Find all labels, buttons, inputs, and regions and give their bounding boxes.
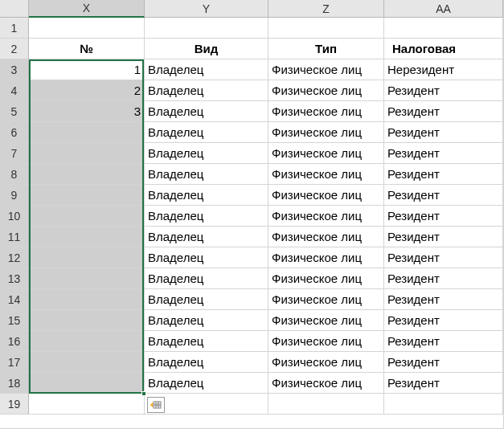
- cell[interactable]: Физическое лиц: [268, 80, 384, 101]
- row-header[interactable]: 5: [0, 101, 29, 122]
- cell[interactable]: [29, 331, 145, 352]
- cell[interactable]: Резидент: [384, 206, 503, 227]
- row-header[interactable]: 14: [0, 289, 29, 310]
- cell[interactable]: Вид: [145, 39, 268, 59]
- cell[interactable]: [29, 310, 145, 331]
- cell[interactable]: Резидент: [384, 310, 503, 331]
- row-header[interactable]: 3: [0, 59, 29, 80]
- cell[interactable]: 1: [29, 59, 145, 80]
- row-header[interactable]: 19: [0, 394, 29, 415]
- row-header[interactable]: 1: [0, 18, 29, 39]
- cell[interactable]: [145, 18, 268, 39]
- cell[interactable]: Резидент: [384, 80, 503, 101]
- cell[interactable]: [29, 206, 145, 227]
- cell[interactable]: [29, 373, 145, 394]
- cell[interactable]: Владелец: [145, 185, 268, 206]
- cell[interactable]: Физическое лиц: [268, 289, 384, 310]
- cell[interactable]: 3: [29, 101, 145, 122]
- select-all-corner[interactable]: [0, 0, 29, 18]
- row-header[interactable]: 10: [0, 206, 29, 227]
- cell[interactable]: Владелец: [145, 268, 268, 289]
- cell[interactable]: [29, 164, 145, 185]
- cell[interactable]: [29, 268, 145, 289]
- row-header[interactable]: 11: [0, 227, 29, 247]
- row-header[interactable]: 9: [0, 185, 29, 206]
- cell[interactable]: [29, 352, 145, 373]
- spreadsheet-grid[interactable]: X Y Z AA 1 2 № Вид Тип Налоговая 3 1 Вла…: [0, 0, 503, 415]
- col-header-Y[interactable]: Y: [145, 0, 268, 18]
- cell[interactable]: Резидент: [384, 164, 503, 185]
- cell[interactable]: Физическое лиц: [268, 331, 384, 352]
- cell[interactable]: Налоговая: [384, 39, 503, 59]
- row-header[interactable]: 12: [0, 247, 29, 268]
- cell[interactable]: [384, 18, 503, 39]
- cell[interactable]: Тип: [268, 39, 384, 59]
- cell[interactable]: Владелец: [145, 310, 268, 331]
- cell[interactable]: Владелец: [145, 164, 268, 185]
- cell[interactable]: Физическое лиц: [268, 373, 384, 394]
- cell[interactable]: Физическое лиц: [268, 206, 384, 227]
- cell[interactable]: [268, 18, 384, 39]
- cell[interactable]: [268, 394, 384, 415]
- cell[interactable]: Владелец: [145, 122, 268, 143]
- cell[interactable]: [29, 227, 145, 247]
- row-header[interactable]: 4: [0, 80, 29, 101]
- cell[interactable]: [29, 122, 145, 143]
- cell[interactable]: Владелец: [145, 373, 268, 394]
- cell[interactable]: Физическое лиц: [268, 59, 384, 80]
- cell[interactable]: Резидент: [384, 247, 503, 268]
- cell[interactable]: Резидент: [384, 101, 503, 122]
- cell[interactable]: Физическое лиц: [268, 227, 384, 247]
- cell[interactable]: Владелец: [145, 80, 268, 101]
- row-header[interactable]: 17: [0, 352, 29, 373]
- cell[interactable]: Физическое лиц: [268, 143, 384, 164]
- cell[interactable]: Физическое лиц: [268, 352, 384, 373]
- cell[interactable]: Резидент: [384, 227, 503, 247]
- cell[interactable]: Физическое лиц: [268, 101, 384, 122]
- cell[interactable]: Физическое лиц: [268, 164, 384, 185]
- cell[interactable]: Физическое лиц: [268, 310, 384, 331]
- cell[interactable]: №: [29, 39, 145, 59]
- row-header[interactable]: 18: [0, 373, 29, 394]
- cell[interactable]: Владелец: [145, 143, 268, 164]
- cell[interactable]: Владелец: [145, 289, 268, 310]
- cell[interactable]: Физическое лиц: [268, 247, 384, 268]
- col-header-AA[interactable]: AA: [384, 0, 503, 18]
- row-header[interactable]: 7: [0, 143, 29, 164]
- cell[interactable]: Владелец: [145, 247, 268, 268]
- cell[interactable]: Резидент: [384, 352, 503, 373]
- row-header[interactable]: 2: [0, 39, 29, 59]
- row-header[interactable]: 6: [0, 122, 29, 143]
- cell[interactable]: Резидент: [384, 331, 503, 352]
- row-header[interactable]: 13: [0, 268, 29, 289]
- autofill-options-button[interactable]: [147, 397, 165, 413]
- row-header[interactable]: 15: [0, 310, 29, 331]
- cell[interactable]: Владелец: [145, 59, 268, 80]
- col-header-Z[interactable]: Z: [268, 0, 384, 18]
- cell[interactable]: Физическое лиц: [268, 122, 384, 143]
- cell[interactable]: Владелец: [145, 352, 268, 373]
- fill-handle[interactable]: [141, 391, 146, 396]
- cell[interactable]: [29, 394, 145, 415]
- cell[interactable]: Владелец: [145, 206, 268, 227]
- row-header[interactable]: 8: [0, 164, 29, 185]
- cell[interactable]: [29, 289, 145, 310]
- cell[interactable]: Владелец: [145, 101, 268, 122]
- cell[interactable]: Нерезидент: [384, 59, 503, 80]
- cell[interactable]: Резидент: [384, 268, 503, 289]
- cell[interactable]: Резидент: [384, 373, 503, 394]
- cell[interactable]: Резидент: [384, 185, 503, 206]
- col-header-X[interactable]: X: [29, 0, 145, 18]
- cell[interactable]: [29, 18, 145, 39]
- cell[interactable]: Владелец: [145, 331, 268, 352]
- cell[interactable]: Физическое лиц: [268, 268, 384, 289]
- row-header[interactable]: 16: [0, 331, 29, 352]
- cell[interactable]: [29, 247, 145, 268]
- cell[interactable]: Резидент: [384, 143, 503, 164]
- cell[interactable]: Физическое лиц: [268, 185, 384, 206]
- cell[interactable]: Резидент: [384, 122, 503, 143]
- cell[interactable]: [29, 185, 145, 206]
- cell[interactable]: [384, 394, 503, 415]
- cell[interactable]: Владелец: [145, 227, 268, 247]
- cell[interactable]: Резидент: [384, 289, 503, 310]
